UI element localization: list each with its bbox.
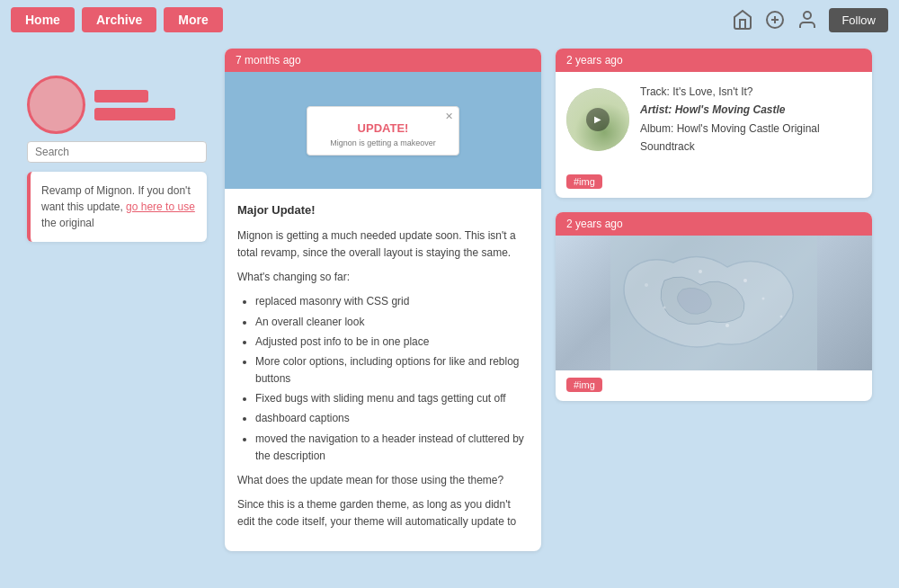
screenshot-subtitle: Mignon is getting a makeover <box>315 138 451 147</box>
map-post-card: 2 years ago <box>556 212 872 401</box>
map-svg <box>556 236 872 370</box>
album-art-inner: ▶ <box>566 88 629 151</box>
album-info: Album: Howl's Moving Castle Original Sou… <box>640 120 861 156</box>
whats-changing-label: What's changing so far: <box>237 269 529 286</box>
artist-info: Artist: Howl's Moving Castle <box>640 101 861 119</box>
notice-box: Revamp of Mignon. If you don't want this… <box>27 172 207 242</box>
home-icon[interactable] <box>732 9 753 31</box>
list-item: replaced masonry with CSS grid <box>255 293 529 310</box>
list-item: moved the navigation to a header instead… <box>255 431 529 465</box>
sidebar: Revamp of Mignon. If you don't want this… <box>27 49 207 551</box>
sidebar-bar-2 <box>94 108 175 120</box>
changes-list: replaced masonry with CSS grid An overal… <box>255 293 529 465</box>
search-input[interactable] <box>27 141 207 163</box>
music-post-header: 2 years ago <box>556 49 872 72</box>
more-nav-button[interactable]: More <box>164 7 222 32</box>
music-tag[interactable]: #img <box>566 174 602 189</box>
post-answer: Since this is a theme garden theme, as l… <box>237 496 529 530</box>
svg-point-10 <box>780 315 783 317</box>
svg-point-5 <box>743 279 747 282</box>
svg-point-11 <box>645 283 648 287</box>
music-post-card: 2 years ago ▶ Track: It's Love, Isn't It… <box>556 49 872 198</box>
left-post-column: 7 months ago ✕ UPDATE! Mignon is getting… <box>225 49 541 551</box>
svg-point-3 <box>804 12 811 19</box>
right-post-column: 2 years ago ▶ Track: It's Love, Isn't It… <box>556 49 872 551</box>
header: Home Archive More Follow <box>0 0 899 40</box>
archive-nav-button[interactable]: Archive <box>82 7 156 32</box>
screenshot-title: UPDATE! <box>315 121 451 135</box>
add-icon[interactable] <box>764 9 786 31</box>
post-para1: Mignon is getting a much needed update s… <box>237 227 529 262</box>
update-screenshot: ✕ UPDATE! Mignon is getting a makeover <box>307 106 459 156</box>
svg-point-9 <box>699 270 702 273</box>
svg-point-7 <box>725 324 729 327</box>
list-item: Fixed bugs with sliding menu and tags ge… <box>255 390 529 407</box>
album-art: ▶ <box>566 88 629 151</box>
svg-point-8 <box>663 306 666 308</box>
track-info: Track: It's Love, Isn't It? <box>640 83 861 101</box>
post-heading: Major Update! <box>237 201 529 220</box>
svg-point-6 <box>762 297 765 299</box>
sidebar-bar-1 <box>94 90 148 102</box>
update-post-header: 7 months ago <box>225 49 541 72</box>
music-card-body: ▶ Track: It's Love, Isn't It? Artist: Ho… <box>556 72 872 167</box>
map-image <box>556 236 872 370</box>
user-icon[interactable] <box>797 9 818 31</box>
avatar <box>27 76 85 134</box>
post-question: What does the update mean for those usin… <box>237 472 529 489</box>
update-post-image: ✕ UPDATE! Mignon is getting a makeover <box>225 72 541 189</box>
map-tag-row: #img <box>556 370 872 401</box>
music-tag-row: #img <box>556 167 872 198</box>
avatar-area <box>27 76 207 134</box>
map-post-header: 2 years ago <box>556 212 872 236</box>
follow-button[interactable]: Follow <box>829 8 888 32</box>
map-tag[interactable]: #img <box>566 378 602 392</box>
header-icons: Follow <box>732 8 888 32</box>
music-info: Track: It's Love, Isn't It? Artist: Howl… <box>640 83 861 156</box>
update-post-body: Major Update! Mignon is getting a much n… <box>225 189 541 551</box>
sidebar-bars <box>94 90 175 120</box>
notice-link-suffix: the original <box>41 217 94 229</box>
main-content: Revamp of Mignon. If you don't want this… <box>0 40 899 560</box>
list-item: More color options, including options fo… <box>255 353 529 388</box>
posts-area: 7 months ago ✕ UPDATE! Mignon is getting… <box>225 49 872 551</box>
play-button[interactable]: ▶ <box>586 108 610 131</box>
notice-link[interactable]: go here to use <box>126 200 195 213</box>
list-item: An overall cleaner look <box>255 314 529 331</box>
home-nav-button[interactable]: Home <box>11 7 75 32</box>
list-item: Adjusted post info to be in one place <box>255 334 529 351</box>
update-post-card: 7 months ago ✕ UPDATE! Mignon is getting… <box>225 49 541 551</box>
list-item: dashboard captions <box>255 410 529 427</box>
screenshot-close-icon: ✕ <box>445 111 453 122</box>
